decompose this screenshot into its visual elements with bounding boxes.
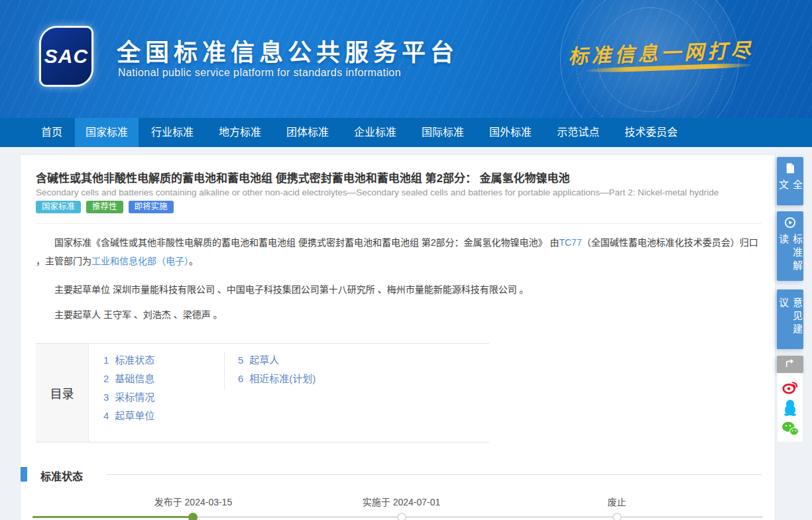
toc-item-standard-status[interactable]: 1标准状态 bbox=[103, 351, 154, 370]
qq-icon[interactable] bbox=[781, 398, 799, 417]
status-timeline: 发布于 2024-03-15 实施于 2024-07-01 废止 bbox=[32, 493, 763, 520]
toc-label-cell: 目录 bbox=[36, 344, 89, 442]
nav-item-local-standards[interactable]: 地方标准 bbox=[206, 118, 274, 147]
badge-row: 国家标准 推荐性 即将实施 bbox=[36, 201, 174, 213]
nav-item-technical-committees[interactable]: 技术委员会 bbox=[612, 118, 690, 147]
tc77-link[interactable]: TC77 bbox=[559, 237, 581, 248]
timeline-dot-implemented bbox=[397, 513, 406, 520]
document-icon bbox=[784, 162, 796, 177]
site-title: 全国标准信息公共服务平台 bbox=[117, 33, 459, 68]
site-subtitle: National public service platform for sta… bbox=[118, 67, 401, 79]
toc-item-similar-standards[interactable]: 6相近标准(计划) bbox=[238, 370, 316, 388]
toc-column-2: 5起草人 6相近标准(计划) bbox=[224, 351, 316, 390]
status-section-title: 标准状态 bbox=[40, 468, 83, 484]
timeline-label-published: 发布于 2024-03-15 bbox=[154, 495, 233, 508]
sac-logo-text: SAC bbox=[44, 45, 88, 68]
toc-item-basic-info[interactable]: 2基础信息 bbox=[103, 370, 154, 388]
toc-item-adoption[interactable]: 3采标情况 bbox=[103, 388, 154, 407]
weibo-icon[interactable] bbox=[781, 378, 799, 396]
nav-item-national-standards[interactable]: 国家标准 bbox=[75, 118, 139, 147]
main-nav: 首页 国家标准 行业标准 地方标准 团体标准 企业标准 国际标准 国外标准 示范… bbox=[0, 118, 812, 147]
badge-national-standard: 国家标准 bbox=[36, 201, 81, 213]
feedback-button[interactable]: 意见建议 bbox=[777, 289, 803, 349]
nav-item-international-standards[interactable]: 国际标准 bbox=[409, 118, 477, 147]
section-accent-bar bbox=[21, 467, 27, 482]
summary-text-3: 。 bbox=[189, 256, 198, 266]
interpretation-label: 标准解读 bbox=[776, 234, 804, 281]
site-header: SAC 全国标准信息公共服务平台 National public service… bbox=[0, 0, 812, 118]
divider bbox=[36, 223, 762, 224]
play-circle-icon bbox=[784, 217, 796, 231]
fulltext-button[interactable]: 全文 bbox=[777, 157, 803, 205]
standard-title-en: Secondary cells and batteries containing… bbox=[36, 187, 719, 197]
nav-item-home[interactable]: 首页 bbox=[29, 118, 75, 147]
sac-logo: SAC bbox=[41, 28, 91, 85]
social-share-panel bbox=[777, 373, 803, 442]
timeline-progress bbox=[32, 516, 193, 518]
standard-detail-panel: 含碱性或其他非酸性电解质的蓄电池和蓄电池组 便携式密封蓄电池和蓄电池组 第2部分… bbox=[20, 154, 776, 520]
nav-item-group-standards[interactable]: 团体标准 bbox=[274, 118, 341, 147]
toc-top-divider bbox=[36, 343, 489, 344]
toc-item-drafters[interactable]: 5起草人 bbox=[238, 351, 316, 370]
timeline-dot-published bbox=[188, 513, 198, 520]
toc-column-1: 1标准状态 2基础信息 3采标情况 4起草单位 bbox=[103, 351, 154, 425]
toc-bottom-divider bbox=[36, 442, 489, 442]
fulltext-label: 全文 bbox=[776, 180, 804, 205]
timeline-dot-abolished bbox=[612, 513, 622, 520]
feedback-label: 意见建议 bbox=[776, 297, 804, 349]
drafting-units-paragraph: 主要起草单位 深圳市量能科技有限公司 、中国电子科技集团公司第十八研究所 、梅州… bbox=[36, 280, 765, 299]
nav-item-industry-standards[interactable]: 行业标准 bbox=[139, 118, 206, 147]
drafters-paragraph: 主要起草人 王守军 、刘浩杰 、梁德声 。 bbox=[36, 305, 765, 324]
timeline-label-abolished: 废止 bbox=[608, 495, 626, 508]
ministry-link[interactable]: 工业和信息化部（电子） bbox=[91, 256, 189, 266]
summary-paragraph: 国家标准《含碱性或其他非酸性电解质的蓄电池和蓄电池组 便携式密封蓄电池和蓄电池组… bbox=[36, 233, 765, 270]
standard-title-cn: 含碱性或其他非酸性电解质的蓄电池和蓄电池组 便携式密封蓄电池和蓄电池组 第2部分… bbox=[36, 169, 570, 185]
nav-item-enterprise-standards[interactable]: 企业标准 bbox=[341, 118, 409, 147]
summary-text-1: 国家标准《含碱性或其他非酸性电解质的蓄电池和蓄电池组 便携式密封蓄电池和蓄电池组… bbox=[54, 237, 559, 248]
badge-upcoming: 即将实施 bbox=[129, 201, 174, 213]
toc-item-drafting-units[interactable]: 4起草单位 bbox=[103, 407, 154, 425]
badge-recommended: 推荐性 bbox=[86, 201, 123, 213]
section-divider bbox=[107, 474, 762, 475]
timeline-label-implemented: 实施于 2024-07-01 bbox=[363, 495, 441, 508]
share-icon bbox=[785, 358, 795, 371]
wechat-icon[interactable] bbox=[781, 419, 799, 438]
share-button[interactable] bbox=[777, 356, 803, 373]
nav-item-foreign-standards[interactable]: 国外标准 bbox=[477, 118, 544, 147]
toc-label: 目录 bbox=[50, 384, 74, 401]
interpretation-button[interactable]: 标准解读 bbox=[777, 211, 803, 281]
nav-item-pilot-programs[interactable]: 示范试点 bbox=[544, 118, 612, 147]
